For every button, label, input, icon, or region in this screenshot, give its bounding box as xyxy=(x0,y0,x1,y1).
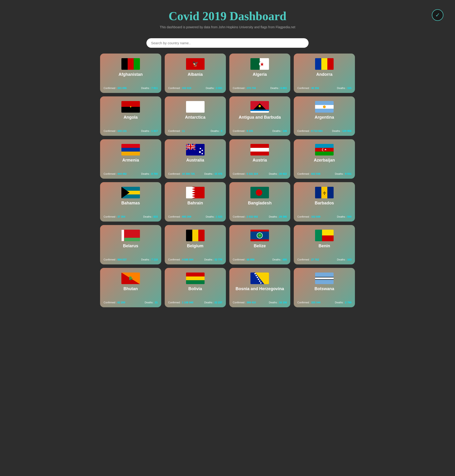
country-card[interactable]: Bahamas Confirmed : 37 354 Deaths : 833 xyxy=(100,182,161,222)
country-card[interactable]: 🌳 Belize Confirmed : 68 909 Deaths : 686 xyxy=(229,225,291,264)
country-name: Afghanistan xyxy=(119,72,143,77)
confirmed-stat: Confirmed : 332 619 xyxy=(168,87,191,90)
svg-rect-86 xyxy=(186,280,204,284)
country-flag xyxy=(186,272,204,284)
country-card[interactable]: Armenia Confirmed : 444 482 Deaths : 8 7… xyxy=(100,139,161,179)
country-card[interactable]: Bosnia and Herzegovina Confirmed : 399 4… xyxy=(229,268,291,307)
page-header: Covid 2019 Dashboard This dashboard is p… xyxy=(5,5,450,35)
country-card[interactable]: ♱ Barbados Confirmed : 102 609 Deaths : … xyxy=(294,182,355,222)
country-card[interactable]: 🐉 Bhutan Confirmed : 62 200 Deaths : 21 xyxy=(100,268,161,307)
country-card[interactable]: Afghanistan Confirmed : 201 096 Deaths :… xyxy=(100,54,161,93)
svg-point-90 xyxy=(256,275,257,276)
country-card[interactable]: Benin Confirmed : 27 762 Deaths : 163 xyxy=(294,225,355,264)
country-card[interactable]: Austria Confirmed : 5 331 324 Deaths : 2… xyxy=(229,139,291,179)
deaths-stat: Deaths : 20 922 xyxy=(269,172,287,175)
country-name: Azerbaijan xyxy=(314,158,335,163)
country-flag xyxy=(186,187,204,198)
svg-point-40 xyxy=(202,150,203,151)
country-stats: Confirmed : 46 356 Deaths : 155 xyxy=(297,87,351,90)
svg-rect-63 xyxy=(327,187,333,198)
country-card[interactable]: Belarus Confirmed : 994 037 Deaths : 7 1… xyxy=(100,225,161,264)
country-name: Belize xyxy=(254,244,266,248)
country-flag xyxy=(251,101,269,113)
country-stats: Confirmed : 332 619 Deaths : 3 591 xyxy=(168,87,222,90)
search-input[interactable] xyxy=(146,38,309,48)
country-stats: Confirmed : 201 096 Deaths : 7 811 xyxy=(104,87,158,90)
country-card[interactable]: Botswana Confirmed : 325 344 Deaths : 2 … xyxy=(294,268,355,307)
confirmed-stat: Confirmed : 27 762 xyxy=(297,258,319,261)
country-flag: 🐉 xyxy=(122,272,140,284)
page-title: Covid 2019 Dashboard xyxy=(5,9,450,23)
country-grid: Afghanistan Confirmed : 201 096 Deaths :… xyxy=(100,54,355,307)
svg-text:♱: ♱ xyxy=(323,191,326,196)
country-name: Bahamas xyxy=(122,201,140,205)
deaths-stat: Deaths : 1 523 xyxy=(206,215,222,218)
country-flag: 🌳 xyxy=(251,230,269,241)
country-name: Bahrain xyxy=(187,201,203,205)
confirmed-stat: Confirmed : 399 410 xyxy=(233,301,256,304)
country-card[interactable]: Bolivia Confirmed : 1 108 940 Deaths : 2… xyxy=(165,268,226,307)
svg-rect-22 xyxy=(315,101,333,105)
country-card[interactable]: Andorra Confirmed : 46 356 Deaths : 155 xyxy=(294,54,355,93)
svg-rect-67 xyxy=(122,230,124,241)
country-card[interactable]: Antigua and Barbuda Confirmed : 9 105 De… xyxy=(229,96,291,136)
svg-text:🐉: 🐉 xyxy=(128,276,133,280)
country-stats: Confirmed : 2 032 092 Deaths : 29 395 xyxy=(233,215,287,218)
svg-rect-46 xyxy=(315,144,333,148)
country-card[interactable]: 🦅 Albania Confirmed : 332 619 Deaths : 3… xyxy=(165,54,226,93)
country-card[interactable]: Azerbaijan Confirmed : 822 938 Deaths : … xyxy=(294,139,355,179)
confirmed-stat: Confirmed : 5 331 324 xyxy=(233,172,258,175)
confirmed-stat: Confirmed : 9 713 594 xyxy=(297,130,323,132)
country-stats: Confirmed : 62 200 Deaths : 21 xyxy=(104,301,158,304)
deaths-stat: Deaths : 15 475 xyxy=(204,172,222,175)
deaths-stat: Deaths : 155 xyxy=(337,87,351,90)
svg-rect-27 xyxy=(122,148,140,152)
svg-rect-19 xyxy=(251,110,269,111)
country-name: Barbados xyxy=(315,201,334,205)
country-name: Armenia xyxy=(122,158,139,163)
country-card[interactable]: Bangladesh Confirmed : 2 032 092 Deaths … xyxy=(229,182,291,222)
country-flag xyxy=(251,187,269,198)
svg-text:🦅: 🦅 xyxy=(192,61,199,67)
country-card[interactable]: Algeria Confirmed : 270 734 Deaths : 6 8… xyxy=(229,54,291,93)
deaths-stat: Deaths : 7 811 xyxy=(141,87,158,90)
confirmed-stat: Confirmed : 201 096 xyxy=(104,87,127,90)
country-flag xyxy=(122,144,140,156)
deaths-stat: Deaths : 6 881 xyxy=(270,87,287,90)
svg-rect-26 xyxy=(122,144,140,148)
deaths-stat: Deaths : 146 xyxy=(272,130,287,132)
country-card[interactable]: ✦ Angola Confirmed : 103 131 Deaths : 1 … xyxy=(100,96,161,136)
country-name: Australia xyxy=(186,158,204,163)
svg-rect-10 xyxy=(315,58,321,70)
country-card[interactable]: Antarctica Confirmed : 11 Deaths : 0 xyxy=(165,96,226,136)
country-stats: Confirmed : 103 131 Deaths : 1 917 xyxy=(104,130,158,132)
svg-rect-1 xyxy=(128,58,134,70)
svg-rect-80 xyxy=(322,235,333,241)
confirmed-stat: Confirmed : 325 344 xyxy=(297,301,320,304)
svg-point-42 xyxy=(200,148,201,149)
svg-point-92 xyxy=(258,279,259,280)
svg-rect-73 xyxy=(251,230,269,231)
country-card[interactable]: Australia Confirmed : 10 308 725 Deaths … xyxy=(165,139,226,179)
country-name: Belarus xyxy=(123,244,138,248)
country-name: Austria xyxy=(252,158,267,163)
confirmed-stat: Confirmed : 62 200 xyxy=(104,301,125,304)
country-name: Belgium xyxy=(187,244,203,248)
country-card[interactable]: Argentina Confirmed : 9 713 594 Deaths :… xyxy=(294,96,355,136)
country-name: Angola xyxy=(123,115,138,120)
country-flag xyxy=(186,101,204,113)
check-button[interactable]: ✓ xyxy=(432,9,443,21)
country-flag xyxy=(186,230,204,241)
svg-point-93 xyxy=(259,280,260,282)
country-name: Argentina xyxy=(315,115,334,120)
country-flag: 🦅 xyxy=(186,58,204,70)
country-card[interactable]: Belgium Confirmed : 4 586 564 Deaths : 3… xyxy=(165,225,226,264)
svg-point-41 xyxy=(202,153,203,154)
svg-rect-11 xyxy=(321,58,327,70)
country-card[interactable]: Bahrain Confirmed : 685 269 Deaths : 1 5… xyxy=(165,182,226,222)
deaths-stat: Deaths : 9 931 xyxy=(335,172,351,175)
deaths-stat: Deaths : 3 591 xyxy=(206,87,222,90)
svg-rect-44 xyxy=(251,148,269,152)
deaths-stat: Deaths : 686 xyxy=(272,258,287,261)
page-subtitle: This dashboard is powered by data from J… xyxy=(5,25,450,29)
